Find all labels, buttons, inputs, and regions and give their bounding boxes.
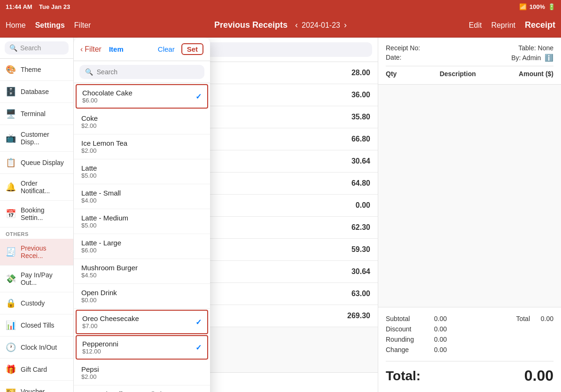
dropdown-set-button[interactable]: Set [181, 43, 203, 55]
dropdown-item-price: $2.00 [81, 122, 98, 129]
sidebar-item-label: Customer Disp... [21, 131, 68, 146]
receipt-amount: 62.30 [351, 223, 370, 232]
receipt-amount: 269.30 [347, 312, 370, 320]
dropdown-item[interactable]: Roasted Coffee Bean (kg) $18.00 [74, 385, 210, 392]
dropdown-search-input[interactable] [79, 65, 204, 79]
dropdown-item-text: Pepperonni $12.00 [82, 340, 118, 355]
total-row: Total: 0.00 [386, 361, 553, 384]
sidebar-item-pay-in-out[interactable]: 💸 Pay In/Pay Out... [0, 266, 73, 292]
dropdown-item-name: Latte - Medium [81, 214, 128, 222]
receipt-amount: 66.80 [351, 135, 370, 143]
sidebar-item-booking-settings[interactable]: 📅 Booking Settin... [0, 201, 73, 227]
receipt-no-label: Receipt No: [386, 44, 420, 52]
dropdown-item-name: Ice Lemon Tea [81, 139, 127, 147]
settings-button[interactable]: Settings [35, 21, 65, 30]
dropdown-item-text: Ice Lemon Tea $2.00 [81, 139, 127, 154]
dropdown-item-text: Chocolate Cake $6.00 [82, 89, 132, 104]
dropdown-item-price: $12.00 [82, 348, 118, 355]
sidebar-item-customer-display[interactable]: 📺 Customer Disp... [0, 125, 73, 152]
dropdown-item-name: Roasted Coffee Bean (kg) [81, 390, 163, 392]
edit-button[interactable]: Edit [469, 21, 482, 30]
total-footer-label: Total: [386, 368, 421, 384]
receipt-columns: Qty Description Amount ($) [386, 66, 553, 78]
sidebar-item-label: Gift Card [21, 366, 47, 373]
dropdown-item-text: Latte - Small $4.00 [81, 189, 121, 204]
dropdown-item-name: Mushroom Burger [81, 264, 138, 272]
total-label-inline: Total [516, 315, 530, 322]
change-label: Change [386, 346, 423, 353]
dropdown-item[interactable]: Latte - Medium $5.00 [74, 209, 210, 234]
dropdown-item-text: Roasted Coffee Bean (kg) $18.00 [81, 390, 163, 392]
nav-center: Previous Receipts ‹ 2024-01-23 › [143, 20, 418, 30]
dropdown-item[interactable]: Coke $2.00 [74, 110, 210, 134]
dropdown-tab-item[interactable]: Item [109, 45, 124, 53]
receipt-meta-row-2: Date: By: Admin ℹ️ [386, 54, 553, 62]
dropdown-item-text: Mushroom Burger $4.50 [81, 264, 138, 279]
sidebar-item-label: Clock In/Out [21, 344, 57, 351]
status-time: 11:44 AM [6, 3, 32, 10]
reprint-button[interactable]: Reprint [491, 21, 515, 30]
dropdown-item-name: Open Drink [81, 289, 117, 297]
dropdown-item[interactable]: Latte - Small $4.00 [74, 184, 210, 209]
dropdown-item[interactable]: Latte $5.00 [74, 159, 210, 184]
dropdown-item-price: $6.00 [81, 247, 121, 254]
previous-receipts-icon: 🧾 [6, 247, 16, 257]
dropdown-item-text: Latte $5.00 [81, 164, 97, 179]
home-button[interactable]: Home [6, 21, 26, 30]
sidebar-item-label: Terminal [21, 110, 46, 118]
dropdown-item-name: Latte [81, 164, 97, 172]
dropdown-item[interactable]: Oreo Cheesecake $7.00 ✓ [76, 310, 208, 334]
dropdown-back-label: Filter [85, 45, 101, 54]
sidebar-item-clock-in-out[interactable]: 🕐 Clock In/Out [0, 337, 73, 359]
dropdown-header: ‹ Filter Item Clear Set [74, 38, 210, 61]
next-date-button[interactable]: › [344, 20, 347, 30]
dropdown-item[interactable]: Chocolate Cake $6.00 ✓ [76, 84, 208, 109]
dropdown-clear-button[interactable]: Clear [158, 45, 175, 53]
sidebar-item-voucher[interactable]: 🎫 Voucher [0, 381, 73, 392]
receipt-header: Receipt No: Table: None Date: By: Admin … [378, 38, 561, 85]
dropdown-item-text: Open Drink $0.00 [81, 289, 117, 304]
discount-value: 0.00 [423, 325, 447, 333]
dropdown-back-button[interactable]: ‹ Filter [80, 45, 101, 54]
nav-title: Previous Receipts [214, 20, 288, 30]
sidebar-item-terminal[interactable]: 🖥️ Terminal [0, 103, 73, 125]
dropdown-item-price: $2.00 [81, 373, 99, 380]
clock-in-out-icon: 🕐 [6, 342, 16, 353]
info-icon[interactable]: ℹ️ [545, 54, 553, 62]
sidebar-item-order-notification[interactable]: 🔔 Order Notificat... [0, 174, 73, 201]
sidebar-item-queue-display[interactable]: 📋 Queue Display [0, 152, 73, 174]
nav-date-group: ‹ 2024-01-23 › [295, 20, 347, 30]
sidebar-item-closed-tills[interactable]: 📊 Closed Tills [0, 314, 73, 337]
sidebar-item-gift-card[interactable]: 🎁 Gift Card [0, 359, 73, 381]
receipt-footer: Subtotal 0.00 Total 0.00 Discount 0.00 R… [378, 307, 561, 392]
dropdown-item[interactable]: Pepperonni $12.00 ✓ [76, 335, 208, 360]
search-icon: 🔍 [9, 44, 17, 52]
dropdown-item[interactable]: Ice Lemon Tea $2.00 [74, 134, 210, 159]
dropdown-item-text: Latte - Large $6.00 [81, 239, 121, 254]
filter-dropdown: ‹ Filter Item Clear Set Chocolate Cake $… [74, 38, 210, 392]
sidebar-item-custody[interactable]: 🔒 Custody [0, 292, 73, 314]
receipt-amount: 36.00 [351, 91, 370, 99]
checkmark-icon: ✓ [195, 318, 202, 327]
dropdown-item-price: $5.00 [81, 172, 97, 179]
sidebar-item-label: Database [21, 88, 49, 95]
sidebar-item-previous-receipts[interactable]: 🧾 Previous Recei... [0, 239, 73, 266]
receipt-amount: 59.30 [351, 245, 370, 254]
filter-button[interactable]: Filter [74, 21, 91, 30]
sidebar-item-theme[interactable]: 🎨 Theme [0, 59, 73, 81]
queue-display-icon: 📋 [6, 157, 16, 168]
sidebar-search-input[interactable]: 🔍 Search [5, 41, 69, 55]
dropdown-item-price: $4.00 [81, 197, 121, 204]
receipt-amount: 30.64 [351, 157, 370, 165]
dropdown-item[interactable]: Latte - Large $6.00 [74, 234, 210, 259]
dropdown-item[interactable]: Open Drink $0.00 [74, 284, 210, 309]
status-time-date: 11:44 AM Tue Jan 23 [6, 3, 70, 10]
status-bar: 11:44 AM Tue Jan 23 📶 100% 🔋 [0, 0, 561, 13]
receipt-title: Receipt [525, 20, 555, 30]
dropdown-item[interactable]: Pepsi $2.00 [74, 361, 210, 385]
prev-date-button[interactable]: ‹ [295, 20, 298, 30]
discount-row: Discount 0.00 [386, 325, 553, 333]
sidebar-item-database[interactable]: 🗄️ Database [0, 81, 73, 103]
dropdown-item[interactable]: Mushroom Burger $4.50 [74, 259, 210, 284]
theme-icon: 🎨 [6, 64, 16, 75]
